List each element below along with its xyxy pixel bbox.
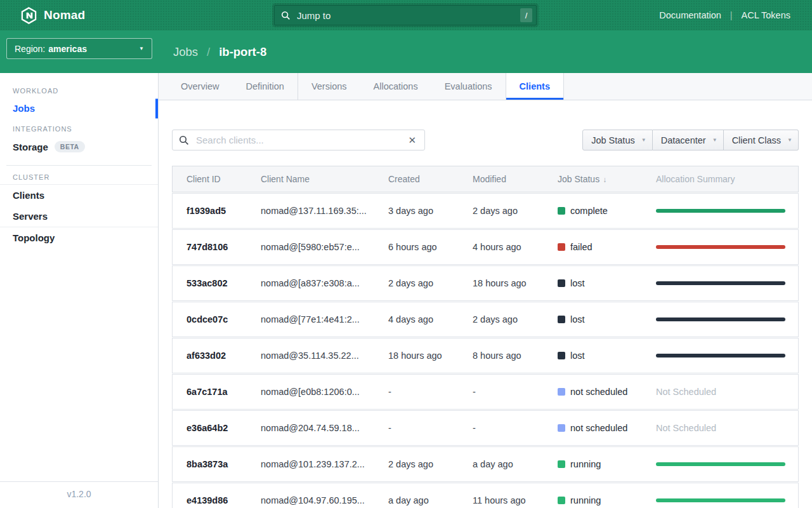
filter-dropdown-client-class[interactable]: Client Class▼ bbox=[724, 130, 799, 150]
status-label: not scheduled bbox=[570, 387, 627, 397]
created-value: - bbox=[388, 387, 391, 397]
modified-value: 8 hours ago bbox=[473, 351, 521, 361]
search-clients-input[interactable] bbox=[195, 134, 406, 146]
jump-to-input[interactable] bbox=[296, 10, 520, 22]
client-id-cell: 6a7c171a bbox=[173, 386, 261, 398]
client-name: nomad@137.11.169.35:... bbox=[261, 206, 367, 216]
sidebar-item-servers[interactable]: Servers bbox=[0, 206, 158, 227]
client-name-cell: nomad@101.239.137.2... bbox=[261, 458, 388, 470]
job-status-cell: lost bbox=[558, 278, 656, 288]
job-status-cell: not scheduled bbox=[558, 387, 656, 397]
tab-overview[interactable]: Overview bbox=[167, 73, 232, 100]
region-value: americas bbox=[48, 44, 87, 54]
allocation-summary-bar[interactable] bbox=[656, 318, 785, 321]
region-select[interactable]: Region: americas ▼ bbox=[6, 38, 152, 59]
allocation-summary-cell bbox=[656, 354, 799, 358]
status-label: not scheduled bbox=[570, 423, 627, 433]
client-row[interactable]: e4139d86nomad@104.97.60.195...a day ago1… bbox=[172, 483, 799, 508]
column-header-allocation-summary: Allocation Summary bbox=[656, 173, 798, 185]
filter-dropdown-job-status[interactable]: Job Status▼ bbox=[582, 130, 653, 150]
clients-tab-content: ✕ Job Status▼Datacenter▼Client Class▼ Cl… bbox=[159, 130, 812, 508]
client-row[interactable]: af633d02nomad@35.114.35.22...18 hours ag… bbox=[172, 338, 799, 373]
tab-definition[interactable]: Definition bbox=[232, 73, 298, 100]
nomad-logo-icon bbox=[20, 7, 37, 24]
search-icon bbox=[281, 11, 291, 20]
allocation-summary-bar[interactable] bbox=[656, 354, 785, 358]
clear-search-icon[interactable]: ✕ bbox=[406, 135, 418, 146]
modified-value: 4 hours ago bbox=[473, 242, 521, 252]
search-clients-box[interactable]: ✕ bbox=[172, 130, 425, 150]
status-label: lost bbox=[570, 351, 585, 361]
allocation-summary-cell bbox=[656, 281, 799, 285]
column-header-client-id: Client ID bbox=[173, 173, 261, 185]
allocation-summary-cell bbox=[656, 245, 799, 249]
beta-badge: BETA bbox=[55, 141, 85, 152]
filter-group: Job Status▼Datacenter▼Client Class▼ bbox=[582, 130, 799, 150]
column-header-label: Client Name bbox=[261, 174, 310, 184]
sidebar-item-label: Jobs bbox=[13, 103, 35, 114]
sidebar-item-label: Clients bbox=[13, 190, 44, 201]
job-status-cell: failed bbox=[558, 242, 656, 252]
jump-to-searchbox[interactable]: / bbox=[274, 5, 537, 25]
allocation-summary-bar[interactable] bbox=[656, 245, 785, 249]
sidebar-item-topology[interactable]: Topology bbox=[0, 227, 158, 248]
sidebar-heading-workload: WORKLOAD bbox=[0, 81, 158, 98]
client-row[interactable]: e36a64b2nomad@204.74.59.18...--not sched… bbox=[172, 410, 799, 446]
status-color-swatch bbox=[558, 352, 565, 359]
modified-cell: - bbox=[473, 386, 558, 398]
breadcrumb-current-job: ib-port-8 bbox=[219, 45, 266, 59]
tab-clients[interactable]: Clients bbox=[506, 73, 564, 100]
top-links: Documentation | ACL Tokens bbox=[659, 0, 790, 30]
nomad-app: Nomad / Documentation | ACL Tokens Regio… bbox=[0, 0, 812, 508]
client-name-cell: nomad@[77e1:4e41:2... bbox=[261, 314, 388, 325]
sidebar-item-label: Servers bbox=[13, 211, 48, 222]
allocation-summary-bar[interactable] bbox=[656, 498, 785, 502]
client-id: 6a7c171a bbox=[187, 387, 228, 397]
column-header-label: Created bbox=[388, 174, 420, 184]
nomad-logo-home-link[interactable]: Nomad bbox=[20, 0, 85, 30]
acl-tokens-link[interactable]: ACL Tokens bbox=[742, 10, 790, 20]
status-label: running bbox=[570, 495, 601, 505]
chevron-down-icon: ▼ bbox=[787, 138, 792, 143]
filter-dropdown-datacenter[interactable]: Datacenter▼ bbox=[653, 130, 724, 150]
client-row[interactable]: 8ba3873anomad@101.239.137.2...2 days ago… bbox=[172, 446, 799, 482]
sidebar-item-storage[interactable]: StorageBETA bbox=[0, 136, 158, 157]
modified-cell: 2 days ago bbox=[473, 205, 558, 217]
allocation-summary-bar[interactable] bbox=[656, 281, 785, 285]
client-name: nomad@[5980:eb57:e... bbox=[261, 242, 360, 252]
filter-label: Job Status bbox=[591, 135, 635, 145]
client-row[interactable]: 747d8106nomad@[5980:eb57:e...6 hours ago… bbox=[172, 229, 799, 265]
job-status-cell: complete bbox=[558, 206, 656, 216]
client-row[interactable]: 6a7c171anomad@[e0b8:1206:0...--not sched… bbox=[172, 374, 799, 410]
sidebar-item-jobs[interactable]: Jobs bbox=[0, 98, 158, 119]
client-name-cell: nomad@35.114.35.22... bbox=[261, 350, 388, 361]
column-header-text: Client Name bbox=[261, 174, 310, 184]
allocation-summary-bar[interactable] bbox=[656, 209, 785, 213]
created-cell: 6 hours ago bbox=[388, 241, 473, 253]
tab-allocations[interactable]: Allocations bbox=[360, 73, 431, 100]
client-name-cell: nomad@[a837:e308:a... bbox=[261, 277, 388, 289]
status-color-swatch bbox=[558, 279, 565, 287]
client-row[interactable]: 0cdce07cnomad@[77e1:4e41:2...4 days ago2… bbox=[172, 302, 799, 337]
sidebar-item-clients[interactable]: Clients bbox=[0, 184, 158, 206]
created-cell: 4 days ago bbox=[388, 314, 473, 325]
allocation-summary-cell: Not Scheduled bbox=[656, 386, 798, 398]
column-header-modified: Modified bbox=[473, 173, 558, 185]
client-id-cell: af633d02 bbox=[173, 350, 261, 361]
tab-versions[interactable]: Versions bbox=[298, 73, 360, 100]
allocation-summary-bar[interactable] bbox=[656, 462, 785, 466]
client-row[interactable]: 533ac802nomad@[a837:e308:a...2 days ago1… bbox=[172, 265, 799, 301]
job-status-cell: not scheduled bbox=[558, 423, 656, 433]
client-name: nomad@[a837:e308:a... bbox=[261, 278, 360, 288]
status-color-swatch bbox=[558, 207, 565, 215]
tab-evaluations[interactable]: Evaluations bbox=[431, 73, 506, 100]
client-name: nomad@35.114.35.22... bbox=[261, 351, 359, 361]
documentation-link[interactable]: Documentation bbox=[659, 10, 721, 20]
column-header-job-status[interactable]: Job Status↓ bbox=[558, 174, 656, 184]
created-cell: - bbox=[388, 386, 473, 398]
modified-cell: 4 hours ago bbox=[473, 241, 558, 253]
chevron-down-icon: ▼ bbox=[139, 46, 144, 51]
breadcrumb-jobs-link[interactable]: Jobs bbox=[173, 45, 198, 59]
client-row[interactable]: f1939ad5nomad@137.11.169.35:...3 days ag… bbox=[172, 193, 799, 229]
status-label: running bbox=[570, 459, 601, 469]
